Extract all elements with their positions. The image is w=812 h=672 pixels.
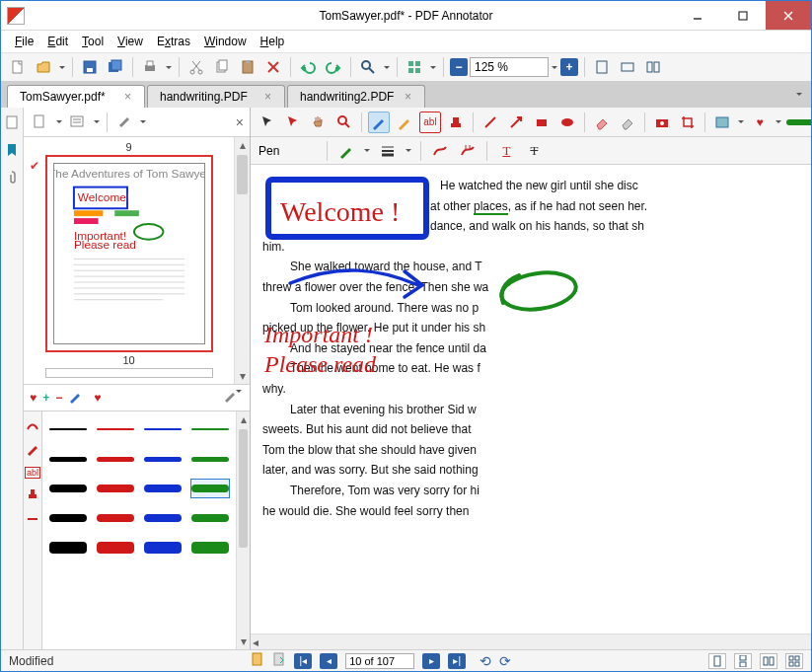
page-content[interactable]: He watched the new girl until she disc a… — [251, 165, 812, 634]
scroll-up-icon[interactable]: ▴ — [235, 137, 250, 153]
underline-button[interactable]: T — [495, 140, 517, 162]
pen-color-button[interactable] — [335, 140, 357, 162]
swatch-red-thick[interactable] — [96, 479, 135, 498]
zoom-field[interactable] — [470, 57, 549, 77]
rail-attachments-icon[interactable] — [1, 167, 23, 188]
tab-0[interactable]: TomSawyer.pdf*× — [7, 85, 145, 108]
favrail-tab-1[interactable] — [26, 417, 39, 434]
pen-color-dropdown[interactable] — [363, 146, 371, 155]
swatch-blue-thick[interactable] — [143, 508, 183, 528]
pen-width-button[interactable] — [377, 140, 399, 162]
find-dropdown[interactable] — [383, 63, 391, 72]
tab-close-icon[interactable]: × — [405, 90, 418, 104]
status-export-icon[interactable] — [272, 652, 286, 669]
zoom-tool[interactable] — [333, 112, 355, 133]
maximize-button[interactable] — [720, 1, 766, 30]
menu-edit[interactable]: Edit — [41, 33, 74, 50]
favrail-tab-5[interactable] — [26, 511, 39, 528]
swatch-black-thick[interactable] — [48, 479, 88, 498]
fitwidth-button[interactable] — [617, 56, 638, 78]
zoom-in-button[interactable]: + — [560, 58, 578, 76]
new-button[interactable] — [7, 56, 29, 78]
rect-tool[interactable] — [531, 112, 553, 133]
add-fav-button[interactable]: + — [42, 391, 49, 405]
swatch-green-thin[interactable] — [190, 419, 230, 439]
delete-button[interactable] — [262, 56, 284, 78]
crop-tool[interactable] — [677, 112, 699, 133]
swatch-black-thin[interactable] — [48, 419, 88, 439]
menu-extras[interactable]: Extras — [151, 33, 196, 50]
ellipse-tool[interactable] — [556, 112, 578, 133]
paste-button[interactable] — [237, 56, 258, 78]
saveall-button[interactable] — [105, 56, 126, 78]
swatch-red-thick[interactable] — [96, 538, 135, 558]
swatch-blue-thick[interactable] — [143, 538, 183, 558]
close-button[interactable] — [766, 1, 811, 30]
line-tool[interactable] — [480, 112, 501, 133]
snapshot-tool[interactable] — [651, 112, 673, 133]
image-dropdown[interactable] — [737, 117, 745, 126]
nav-back-button[interactable]: ⟲ — [480, 653, 491, 669]
twopage-button[interactable] — [642, 56, 664, 78]
side-close-button[interactable]: × — [236, 114, 244, 130]
nav-last-button[interactable]: ▸| — [448, 653, 466, 669]
favorite-dropdown[interactable] — [775, 117, 782, 126]
arrow-tool[interactable] — [505, 112, 527, 133]
side-doc-icon[interactable] — [30, 112, 51, 133]
tab-2[interactable]: handwriting2.PDF× — [287, 85, 425, 108]
undo-button[interactable] — [297, 56, 319, 78]
swatch-blue-med[interactable] — [143, 449, 183, 469]
swatch-black-thick[interactable] — [48, 508, 88, 528]
view-grid-button[interactable] — [785, 653, 803, 669]
layers-button[interactable] — [404, 56, 425, 78]
swatch-green-thick[interactable] — [190, 508, 230, 528]
swatch-green-thick[interactable] — [190, 538, 230, 558]
page-thumbnail-next[interactable] — [45, 368, 213, 378]
image-tool[interactable] — [711, 112, 733, 133]
fav-settings-button[interactable] — [222, 390, 244, 407]
scroll-left-icon[interactable]: ◂ — [253, 635, 258, 649]
menu-file[interactable]: File — [9, 33, 39, 50]
pressure-button[interactable] — [457, 140, 479, 162]
lasso-tool[interactable] — [282, 112, 304, 133]
view-continuous-button[interactable] — [734, 653, 752, 669]
print-button[interactable] — [139, 56, 161, 78]
remove-fav-button[interactable]: − — [55, 391, 62, 405]
swatch-green-thick[interactable] — [190, 479, 230, 498]
text-tool[interactable]: abl — [419, 112, 441, 133]
menu-view[interactable]: View — [111, 33, 149, 50]
page-thumbnail[interactable]: The Adventures of Tom Sawyer Welcome! Im… — [45, 155, 213, 352]
scroll-down-icon[interactable]: ▾ — [237, 634, 250, 649]
heart-icon[interactable]: ♥ — [30, 391, 37, 405]
side-list-icon[interactable] — [67, 112, 89, 133]
page-field[interactable] — [345, 653, 414, 669]
view-single-button[interactable] — [708, 653, 726, 669]
open-dropdown[interactable] — [58, 63, 66, 72]
favrail-tab-3[interactable]: abl — [25, 467, 40, 479]
eraser2-tool[interactable] — [617, 112, 638, 133]
nav-prev-button[interactable]: ◂ — [320, 653, 337, 669]
tab-1[interactable]: handwriting.PDF× — [147, 85, 285, 108]
swatch-black-thick[interactable] — [48, 538, 88, 558]
swatch-red-thin[interactable] — [96, 419, 135, 439]
find-button[interactable] — [357, 56, 379, 78]
side-doc-dropdown[interactable] — [55, 117, 63, 126]
nav-next-button[interactable]: ▸ — [422, 653, 440, 669]
save-button[interactable] — [79, 56, 101, 78]
scroll-down-icon[interactable]: ▾ — [235, 368, 250, 384]
swatch-green-med[interactable] — [190, 449, 230, 469]
strike-button[interactable]: T — [523, 140, 545, 162]
highlighter-tool[interactable] — [394, 112, 415, 133]
swatch-red-thick[interactable] — [96, 508, 135, 528]
scroll-thumb[interactable] — [239, 429, 248, 548]
doc-hscrollbar[interactable]: ◂ ▸ — [251, 634, 812, 649]
pen-width-dropdown[interactable] — [405, 146, 412, 155]
fitpage-button[interactable] — [591, 56, 613, 78]
swatch-blue-thin[interactable] — [143, 419, 183, 439]
print-dropdown[interactable] — [165, 63, 173, 72]
nav-first-button[interactable]: |◂ — [294, 653, 312, 669]
scroll-up-icon[interactable]: ▴ — [237, 411, 250, 427]
smooth-button[interactable] — [429, 140, 451, 162]
tab-close-icon[interactable]: × — [124, 90, 138, 104]
open-button[interactable] — [33, 56, 54, 78]
